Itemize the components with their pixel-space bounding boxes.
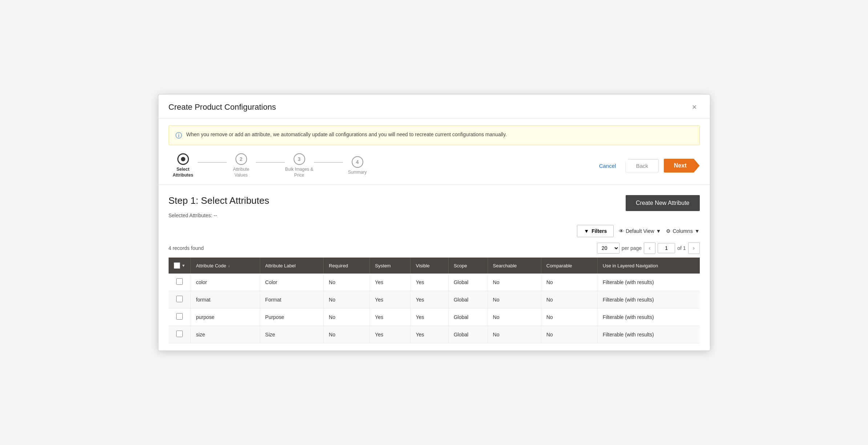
row-checkbox[interactable] [176, 313, 183, 320]
step-line-3 [314, 162, 343, 163]
eye-icon: 👁 [619, 228, 624, 234]
cell-visible: Yes [411, 274, 448, 291]
attributes-table: ▼ Attribute Code ↓ Attribute Label Requi… [169, 258, 700, 343]
cell-attribute-code: purpose [191, 308, 260, 326]
cell-searchable: No [488, 274, 541, 291]
cell-system: Yes [370, 326, 411, 343]
gear-icon: ⚙ [666, 228, 671, 234]
step-2: 2 AttributeValues [227, 153, 256, 178]
step-3: 3 Bulk Images &Price [285, 153, 314, 178]
notice-bar: ⓘ When you remove or add an attribute, w… [169, 125, 700, 145]
cell-searchable: No [488, 308, 541, 326]
per-page-label: per page [622, 245, 642, 251]
th-scope: Scope [448, 258, 488, 274]
modal-container: Create Product Configurations × ⓘ When y… [158, 94, 710, 351]
section-title: Step 1: Select Attributes [169, 195, 270, 206]
row-checkbox[interactable] [176, 278, 183, 285]
cell-attribute-label: Purpose [260, 308, 323, 326]
step-4-label: Summary [348, 170, 367, 175]
page-of-label: of 1 [677, 245, 686, 251]
step-2-circle: 2 [235, 153, 247, 165]
modal-header: Create Product Configurations × [158, 94, 710, 119]
modal-title: Create Product Configurations [169, 102, 276, 112]
th-use-in-layered-nav: Use in Layered Navigation [597, 258, 699, 274]
cell-required: No [324, 274, 370, 291]
filters-button[interactable]: ▼ Filters [577, 225, 614, 237]
cell-system: Yes [370, 291, 411, 308]
step-3-circle: 3 [294, 153, 305, 165]
columns-button[interactable]: ⚙ Columns ▼ [666, 228, 699, 234]
records-found-label: 4 records found [169, 245, 204, 251]
default-view-label: Default View [626, 228, 654, 234]
cell-use-in-layered-nav: Filterable (with results) [597, 308, 699, 326]
th-system: System [370, 258, 411, 274]
cell-system: Yes [370, 308, 411, 326]
page-input[interactable] [658, 243, 675, 253]
th-checkbox: ▼ [169, 258, 191, 274]
cell-scope: Global [448, 274, 488, 291]
default-view-button[interactable]: 👁 Default View ▼ [619, 228, 661, 234]
per-page-select: 20 50 100 per page [597, 243, 642, 254]
filter-icon: ▼ [584, 228, 589, 234]
chevron-down-icon: ▼ [656, 228, 661, 234]
cell-attribute-code: color [191, 274, 260, 291]
row-checkbox[interactable] [176, 296, 183, 302]
cell-system: Yes [370, 274, 411, 291]
step-1: SelectAttributes [169, 153, 198, 178]
back-button[interactable]: Back [625, 159, 658, 173]
th-required: Required [324, 258, 370, 274]
table-row: purpose Purpose No Yes Yes Global No No … [169, 308, 700, 326]
cell-scope: Global [448, 308, 488, 326]
th-attribute-label: Attribute Label [260, 258, 323, 274]
sort-arrow-icon[interactable]: ↓ [228, 263, 230, 268]
select-all-checkbox[interactable] [174, 262, 180, 269]
info-icon: ⓘ [175, 131, 182, 140]
create-new-attribute-button[interactable]: Create New Attribute [626, 195, 700, 211]
cell-visible: Yes [411, 308, 448, 326]
cell-attribute-code: format [191, 291, 260, 308]
columns-label: Columns [673, 228, 693, 234]
step-2-label: AttributeValues [233, 167, 249, 178]
th-attribute-code: Attribute Code ↓ [191, 258, 260, 274]
row-checkbox-cell [169, 274, 191, 291]
cell-required: No [324, 326, 370, 343]
row-checkbox-cell [169, 326, 191, 343]
pagination: 20 50 100 per page ‹ of 1 › [597, 242, 700, 254]
cell-comparable: No [541, 308, 597, 326]
stepper-row: SelectAttributes 2 AttributeValues 3 Bul… [158, 145, 710, 185]
row-checkbox-cell [169, 291, 191, 308]
step-1-label: SelectAttributes [173, 167, 193, 178]
cell-scope: Global [448, 326, 488, 343]
cell-scope: Global [448, 291, 488, 308]
cell-use-in-layered-nav: Filterable (with results) [597, 274, 699, 291]
row-checkbox[interactable] [176, 331, 183, 337]
cell-attribute-code: size [191, 326, 260, 343]
per-page-dropdown[interactable]: 20 50 100 [597, 243, 619, 254]
cell-required: No [324, 291, 370, 308]
cell-visible: Yes [411, 291, 448, 308]
section-header: Step 1: Select Attributes Create New Att… [169, 195, 700, 211]
step-line-1 [198, 162, 227, 163]
next-button[interactable]: Next [664, 159, 700, 173]
th-visible: Visible [411, 258, 448, 274]
cell-searchable: No [488, 291, 541, 308]
close-button[interactable]: × [689, 101, 700, 113]
cell-comparable: No [541, 274, 597, 291]
cell-required: No [324, 308, 370, 326]
th-searchable: Searchable [488, 258, 541, 274]
cell-attribute-label: Format [260, 291, 323, 308]
row-checkbox-cell [169, 308, 191, 326]
filters-label: Filters [592, 228, 607, 234]
cell-attribute-label: Size [260, 326, 323, 343]
step-4-circle: 4 [352, 156, 363, 168]
step-4: 4 Summary [343, 156, 372, 175]
prev-page-button[interactable]: ‹ [644, 242, 655, 254]
step-3-label: Bulk Images &Price [285, 167, 313, 178]
table-toolbar: ▼ Filters 👁 Default View ▼ ⚙ Columns ▼ [169, 225, 700, 237]
checkbox-dropdown-icon[interactable]: ▼ [182, 263, 186, 268]
stepper-actions: Cancel Back Next [595, 159, 700, 173]
cell-attribute-label: Color [260, 274, 323, 291]
cancel-button[interactable]: Cancel [595, 160, 621, 172]
chevron-down-icon-2: ▼ [695, 228, 700, 234]
next-page-button[interactable]: › [688, 242, 700, 254]
